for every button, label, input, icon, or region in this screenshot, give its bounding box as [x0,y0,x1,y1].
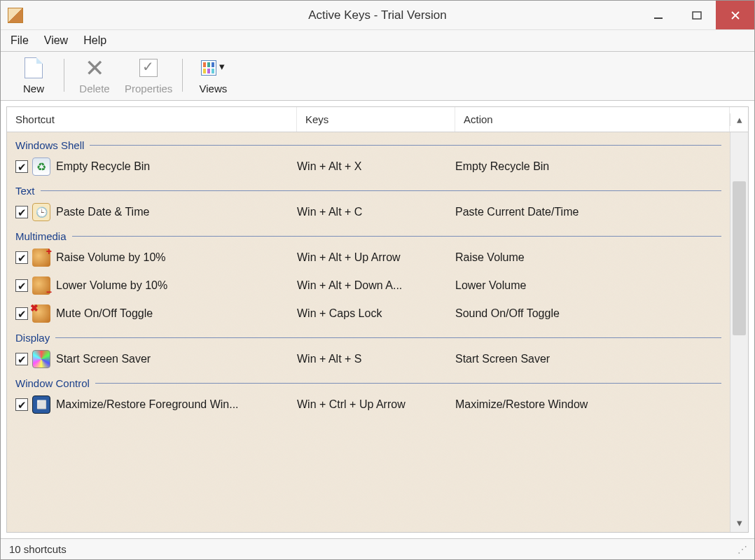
svg-rect-1 [693,12,701,19]
saver-icon [32,350,50,368]
properties-icon [139,59,158,77]
scrollbar-thumb[interactable] [733,181,746,335]
group-header[interactable]: Multimedia [7,226,730,244]
list-item[interactable]: ✔Lower Volume by 10%Win + Alt + Down A..… [7,272,730,300]
volup-icon [32,248,50,267]
window-controls [639,1,754,29]
scroll-up-stub[interactable]: ▴ [730,113,748,126]
group-name: Display [15,332,50,344]
shortcut-keys: Win + Alt + C [297,206,455,218]
shortcut-action: Start Screen Saver [455,353,730,365]
checkbox[interactable]: ✔ [15,251,28,264]
maximize-icon [692,10,702,20]
voldown-icon [32,276,50,295]
shortcut-action: Sound On/Off Toggle [455,307,730,320]
group-divider [95,383,721,384]
views-icon [201,60,216,76]
checkbox[interactable]: ✔ [15,160,28,173]
group-name: Window Control [15,377,90,389]
new-label: New [23,83,44,94]
group-divider [41,190,721,191]
shortcut-action: Paste Current Date/Time [455,206,730,218]
group-divider [55,337,721,338]
group-header[interactable]: Window Control [7,373,730,391]
close-button[interactable] [716,1,754,29]
close-icon [730,10,740,20]
menu-file[interactable]: File [11,34,29,47]
titlebar: Active Keys - Trial Version [1,1,754,30]
column-shortcut[interactable]: Shortcut [7,107,297,132]
shortcut-keys: Win + Alt + Down A... [297,279,455,292]
vertical-scrollbar[interactable]: ▾ [730,132,748,532]
new-button[interactable]: New [13,56,54,94]
list-body: Windows Shell✔Empty Recycle BinWin + Alt… [7,132,748,532]
status-text: 10 shortcuts [9,543,67,555]
recycle-icon [32,158,50,176]
statusbar: 10 shortcuts ⋰ [1,538,754,559]
shortcut-keys: Win + Alt + X [297,160,455,173]
list-item[interactable]: ✔Paste Date & TimeWin + Alt + CPaste Cur… [7,198,730,226]
shortcut-keys: Win + Caps Lock [297,307,455,320]
scroll-down-button[interactable]: ▾ [730,514,748,532]
group-name: Multimedia [15,230,67,242]
group-header[interactable]: Display [7,328,730,345]
shortcut-keys: Win + Alt + Up Arrow [297,251,455,264]
shortcut-name: Start Screen Saver [56,353,297,365]
list-item[interactable]: ✔Start Screen SaverWin + Alt + SStart Sc… [7,345,730,373]
group-name: Windows Shell [15,139,84,151]
resize-grip-icon[interactable]: ⋰ [737,544,746,555]
menu-view[interactable]: View [44,34,68,47]
maximize-button[interactable] [677,1,716,29]
delete-label: Delete [79,83,109,94]
delete-icon: ✕ [85,54,104,82]
group-name: Text [15,185,35,197]
menu-help[interactable]: Help [83,34,106,47]
checkbox[interactable]: ✔ [15,398,28,411]
shortcut-keys: Win + Alt + S [297,353,455,365]
column-action[interactable]: Action [455,107,730,132]
column-keys[interactable]: Keys [297,107,455,132]
shortcut-name: Maximize/Restore Foreground Win... [56,398,297,411]
toolbar-separator [64,59,64,92]
shortcut-name: Lower Volume by 10% [56,279,297,292]
shortcut-list: Shortcut Keys Action ▴ Windows Shell✔Emp… [6,106,749,533]
checkbox[interactable]: ✔ [15,353,28,365]
shortcut-name: Empty Recycle Bin [56,160,297,173]
clock-icon [32,203,50,221]
list-item[interactable]: ✔Empty Recycle BinWin + Alt + XEmpty Rec… [7,153,730,181]
toolbar: New ✕ Delete Properties ▾ Views [1,52,754,101]
app-icon [8,8,23,23]
checkbox[interactable]: ✔ [15,307,28,320]
list-item[interactable]: ✔Mute On/Off ToggleWin + Caps LockSound … [7,300,730,328]
properties-button[interactable]: Properties [125,56,172,94]
shortcut-action: Empty Recycle Bin [455,160,730,173]
views-label: Views [200,83,228,94]
group-divider [90,145,721,146]
delete-button[interactable]: ✕ Delete [74,56,115,94]
shortcut-name: Mute On/Off Toggle [56,307,297,320]
max-icon [32,396,50,414]
group-header[interactable]: Windows Shell [7,135,730,153]
minimize-button[interactable] [639,1,677,29]
shortcut-action: Maximize/Restore Window [455,398,730,411]
chevron-down-icon: ▾ [219,60,225,73]
shortcut-name: Raise Volume by 10% [56,251,297,264]
shortcut-action: Lower Volume [455,279,730,292]
properties-label: Properties [125,83,172,94]
toolbar-separator [182,59,183,92]
list-item[interactable]: ✔Raise Volume by 10%Win + Alt + Up Arrow… [7,244,730,272]
group-divider [72,236,721,237]
checkbox[interactable]: ✔ [15,279,28,292]
menubar: File View Help [1,30,754,52]
shortcut-name: Paste Date & Time [56,206,297,218]
mute-icon [32,304,50,323]
column-headers: Shortcut Keys Action ▴ [7,107,748,132]
checkbox[interactable]: ✔ [15,206,28,218]
new-file-icon [25,57,43,78]
list-item[interactable]: ✔Maximize/Restore Foreground Win...Win +… [7,391,730,419]
shortcut-keys: Win + Ctrl + Up Arrow [297,398,455,411]
minimize-icon [653,10,663,20]
group-header[interactable]: Text [7,181,730,198]
views-button[interactable]: ▾ Views [193,56,233,94]
shortcut-action: Raise Volume [455,251,730,264]
